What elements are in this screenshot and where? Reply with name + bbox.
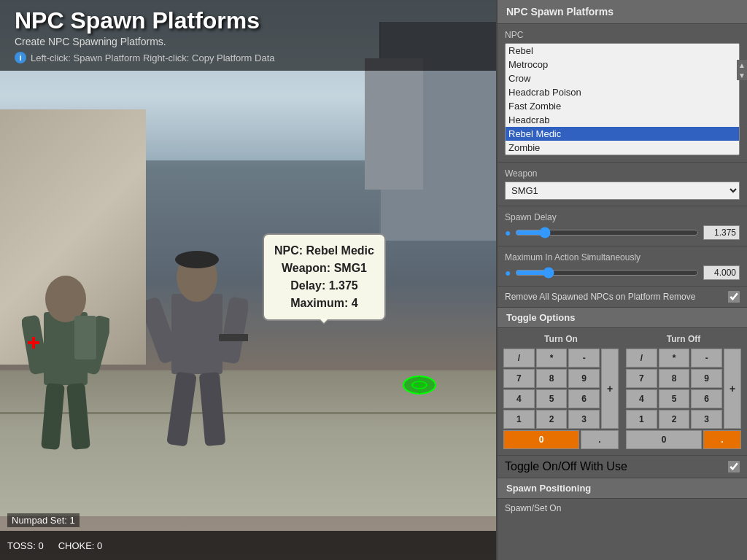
scroll-up-arrow[interactable]: ▲ [737,60,747,70]
numpad-key-2[interactable]: 2 [536,410,568,429]
turn-off-col: Turn Off /*-789456123 + 0. [626,334,741,449]
numpad-set-indicator: Numpad Set: 1 [7,513,80,527]
numpad-key-1[interactable]: 1 [503,410,535,429]
tooltip-line4: Maximum: 4 [274,295,374,312]
spawn-positioning-header: Spawn Positioning [498,478,747,499]
status-bar: TOSS: 0 CHOKE: 0 [0,531,496,560]
npc-tooltip: NPC: Rebel Medic Weapon: SMG1 Delay: 1.3… [263,233,386,321]
tooltip-line3: Delay: 1.375 [274,277,374,295]
page-title: NPC Spawn Platforms [15,7,481,34]
numpad-key-6[interactable]: 6 [691,389,722,408]
toggle-on-use-label: Toggle On/Off With Use [505,460,627,473]
svg-point-1 [45,276,86,322]
game-viewport: NPC Spawn Platforms Create NPC Spawning … [0,0,496,560]
numpad-key-mul[interactable]: * [536,349,568,368]
numpad-key-div[interactable]: / [503,349,535,368]
turn-off-label: Turn Off [626,334,741,344]
weapon-section: Weapon SMG1PistolShotgunAR2RPGNone [498,163,747,206]
turn-on-plus-btn[interactable]: + [601,349,619,429]
max-action-section: Maximum In Action Simultaneously ● 4.000 [498,246,747,287]
numpad-key-6[interactable]: 6 [568,389,600,408]
npc-listbox[interactable]: RebelMetrocopCrowHeadcrab PoisonFast Zom… [505,43,740,155]
panel-title: NPC Spawn Platforms [498,0,747,24]
max-action-dot: ● [505,267,511,279]
numpad-key-4[interactable]: 4 [626,389,657,408]
svg-rect-8 [74,316,96,359]
svg-rect-15 [166,372,197,447]
numpad-key-9[interactable]: 9 [568,369,600,388]
toggle-options-header: Toggle Options [498,307,747,328]
spawn-delay-value: 1.375 [703,225,740,240]
turn-off-bottom: 0. [626,430,741,449]
spawn-delay-slider[interactable] [515,228,699,238]
numpad-key-5[interactable]: 5 [659,389,690,408]
numpad-key-8[interactable]: 8 [536,369,568,388]
max-action-slider[interactable] [515,268,699,278]
tooltip-line1: NPC: Rebel Medic [274,242,374,260]
weapon-select[interactable]: SMG1PistolShotgunAR2RPGNone [505,182,740,200]
turn-on-numpad: /*-789456123 [503,349,600,429]
max-action-label: Maximum In Action Simultaneously [505,252,740,262]
npc-label: NPC [505,30,740,40]
svg-rect-13 [218,296,248,364]
remove-npcs-row: Remove All Spawned NPCs on Platform Remo… [498,287,747,307]
svg-rect-9 [171,294,222,374]
numpad-key-8[interactable]: 8 [659,369,690,388]
numpad-key-1[interactable]: 1 [626,410,657,429]
npc-figure-1 [22,268,109,472]
hud-info-text: Left-click: Spawn Platform Right-click: … [31,52,275,63]
numpad-key-minus[interactable]: - [568,349,600,368]
turn-on-col: Turn On /*-789456123 + 0. [503,334,619,449]
toggle-options-body: Turn On /*-789456123 + 0. Turn Off /*-78… [498,328,747,455]
numpad-key-2[interactable]: 2 [659,410,690,429]
remove-npcs-label: Remove All Spawned NPCs on Platform Remo… [505,292,695,302]
numpad-key-5[interactable]: 5 [536,389,568,408]
hud-header: NPC Spawn Platforms Create NPC Spawning … [0,0,496,71]
hud-info: i Left-click: Spawn Platform Right-click… [15,52,481,63]
spawn-set-on-label: Spawn/Set On [505,503,561,513]
info-icon: i [15,52,26,63]
spawn-delay-dot: ● [505,227,511,238]
numpad-key-4[interactable]: 4 [503,389,535,408]
svg-rect-4 [41,383,65,450]
numpad-key-dot[interactable]: . [581,430,619,449]
svg-point-11 [175,251,219,268]
numpad-key-div[interactable]: / [626,349,657,368]
numpad-key-9[interactable]: 9 [691,369,722,388]
numpad-key-7[interactable]: 7 [626,369,657,388]
toggle-on-use-row: Toggle On/Off With Use [498,455,747,478]
npc-section: NPC RebelMetrocopCrowHeadcrab PoisonFast… [498,24,747,163]
npc-figure-2 [146,239,248,472]
toggle-on-use-checkbox[interactable] [728,461,740,472]
numpad-key-zero[interactable]: 0 [626,430,702,449]
turn-off-numpad: /*-789456123 [626,349,722,429]
turn-on-label: Turn On [503,334,619,344]
remove-npcs-checkbox[interactable] [728,291,740,303]
spawn-delay-section: Spawn Delay ● 1.375 [498,206,747,246]
right-panel: NPC Spawn Platforms ▲ ▼ NPC RebelMetroco… [496,0,747,560]
numpad-key-3[interactable]: 3 [568,410,600,429]
spawn-delay-label: Spawn Delay [505,212,740,222]
svg-rect-7 [32,337,35,349]
scroll-down-arrow[interactable]: ▼ [737,70,747,80]
spawn-set-row: Spawn/Set On [498,499,747,518]
turn-off-plus-btn[interactable]: + [724,349,741,429]
svg-rect-16 [199,372,226,446]
svg-rect-14 [219,334,248,341]
numpad-key-3[interactable]: 3 [691,410,722,429]
weapon-label: Weapon [505,168,740,179]
svg-rect-5 [66,383,90,450]
numpad-key-dot[interactable]: . [703,430,741,449]
numpad-key-zero[interactable]: 0 [503,430,579,449]
page-subtitle: Create NPC Spawning Platforms. [15,36,481,47]
turn-on-bottom: 0. [503,430,619,449]
toss-status: TOSS: 0 [7,540,44,551]
choke-status: CHOKE: 0 [58,540,103,551]
numpad-key-mul[interactable]: * [659,349,690,368]
tooltip-line2: Weapon: SMG1 [274,260,374,277]
spawn-indicator [401,363,438,400]
numpad-key-minus[interactable]: - [691,349,722,368]
max-action-value: 4.000 [703,265,740,280]
numpad-key-7[interactable]: 7 [503,369,535,388]
